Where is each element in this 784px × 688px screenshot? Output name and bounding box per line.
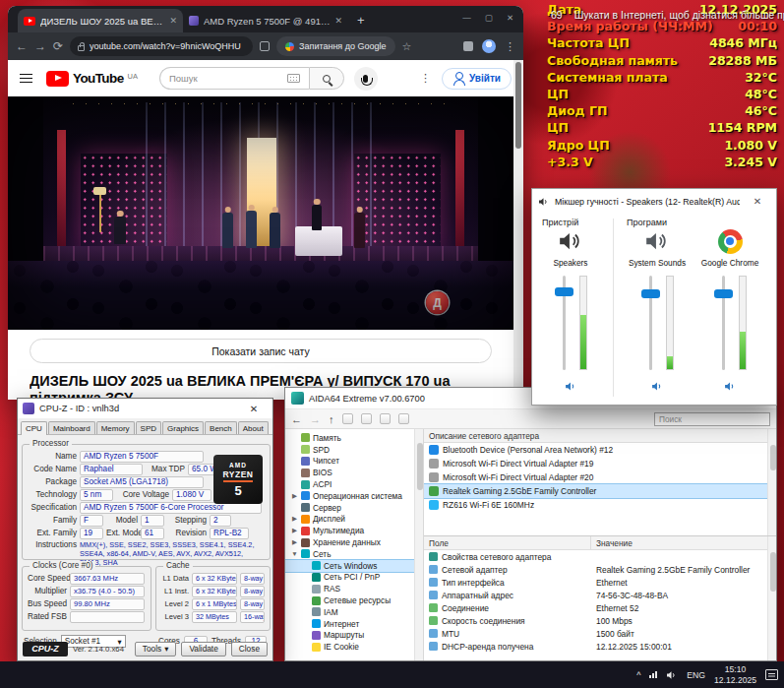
tree-item-ras[interactable]: RAS <box>285 583 423 594</box>
tree-item-network-resources[interactable]: Сетевые ресурсы <box>285 594 423 606</box>
keyboard-icon[interactable] <box>287 74 300 83</box>
close-icon[interactable]: ✕ <box>240 404 268 414</box>
scrollbar-thumb[interactable] <box>770 445 776 470</box>
tree-item-os[interactable]: ▶Операционная система <box>285 490 423 502</box>
close-icon[interactable]: ✕ <box>745 196 770 207</box>
tree-scrollbar[interactable] <box>414 429 423 660</box>
tree-item-network-pci[interactable]: Сеть PCI / PnP <box>285 572 423 584</box>
profile-avatar[interactable] <box>482 39 496 53</box>
page-scrollbar[interactable] <box>513 60 523 400</box>
tree-item-display[interactable]: ▶Дисплей <box>285 514 423 526</box>
tab-bench[interactable]: Bench <box>205 421 237 434</box>
search-input[interactable]: Пошук <box>159 67 309 90</box>
tree-item-ie-cookie[interactable]: IE Cookie <box>285 641 423 653</box>
column-field[interactable]: Поле <box>424 536 591 549</box>
aida-search-input[interactable]: Поиск <box>654 412 770 426</box>
chevron-down-icon[interactable]: ▼ <box>291 550 298 557</box>
adapter-row[interactable]: Microsoft Wi-Fi Direct Virtual Adapter #… <box>424 470 776 484</box>
volume-slider[interactable] <box>625 274 690 372</box>
ask-google-button[interactable]: Запитання до Google <box>276 36 394 56</box>
hidden-icons-chevron[interactable]: ^ <box>636 670 640 680</box>
adapter-list-scrollbar[interactable] <box>767 429 776 535</box>
report-icon[interactable] <box>342 413 353 424</box>
tab-mainboard[interactable]: Mainboard <box>48 421 95 434</box>
scrollbar-thumb[interactable] <box>515 62 521 149</box>
browser-menu-icon[interactable]: ⋮ <box>505 40 515 53</box>
share-icon[interactable] <box>260 41 270 51</box>
hamburger-menu-icon[interactable] <box>20 74 32 84</box>
forward-icon[interactable]: → <box>34 39 46 53</box>
minimize-icon[interactable]: — <box>462 13 471 23</box>
cpuz-titlebar[interactable]: CPU-Z - ID : vnlh3d ✕ <box>18 399 272 418</box>
mute-button[interactable] <box>538 380 603 393</box>
back-icon[interactable]: ← <box>291 413 302 425</box>
system-sounds-icon[interactable] <box>625 228 690 254</box>
refresh-icon[interactable] <box>398 413 409 424</box>
search-button[interactable] <box>309 67 344 90</box>
chevron-right-icon[interactable]: ▶ <box>291 527 298 534</box>
tab-close-icon[interactable]: ✕ <box>334 16 342 26</box>
voice-search-button[interactable] <box>354 67 378 91</box>
back-icon[interactable]: ← <box>16 39 28 53</box>
adapter-row[interactable]: RZ616 Wi-Fi 6E 160MHz <box>424 498 776 512</box>
scrollbar-thumb[interactable] <box>770 552 776 592</box>
tab-cpu[interactable]: CPU <box>21 421 47 435</box>
tree-item-storage[interactable]: ▶Хранение данных <box>285 536 423 548</box>
volume-slider[interactable] <box>697 274 762 372</box>
new-tab-button[interactable]: + <box>357 13 365 28</box>
adapter-row[interactable]: Bluetooth Device (Personal Area Network)… <box>424 443 776 457</box>
tree-item-server[interactable]: Сервер <box>285 502 423 514</box>
tab-memory[interactable]: Memory <box>96 421 135 434</box>
table-scrollbar[interactable] <box>767 536 776 660</box>
tools-button[interactable]: Tools▾ <box>135 642 177 657</box>
address-bar[interactable]: youtube.com/watch?v=9hnicWoQHHU <box>70 36 253 56</box>
bookmark-star-icon[interactable]: ☆ <box>402 40 412 53</box>
notification-center-icon[interactable] <box>765 669 778 680</box>
tree-item-chipset[interactable]: Чипсет <box>285 456 423 468</box>
tree-item-network-windows[interactable]: Сеть Windows <box>285 560 423 572</box>
table-row[interactable]: DHCP-аренда получена12.12.2025 15:00:01 <box>424 640 776 653</box>
tree-item-memory[interactable]: Память <box>285 432 423 444</box>
close-button[interactable]: Close <box>231 642 268 657</box>
tree-item-internet[interactable]: Интернет <box>285 618 423 630</box>
slider-thumb[interactable] <box>641 289 660 298</box>
validate-button[interactable]: Validate <box>181 642 225 657</box>
show-chat-replay-button[interactable]: Показати запис чату <box>30 339 492 363</box>
tree-item-multimedia[interactable]: ▶Мультимедиа <box>285 525 423 536</box>
volume-icon[interactable] <box>666 669 678 681</box>
tree-item-bios[interactable]: BIOS <box>285 467 423 478</box>
up-icon[interactable]: ↑ <box>329 413 334 425</box>
taskbar-clock[interactable]: 15:10 12.12.2025 <box>714 664 756 685</box>
adapter-row-selected[interactable]: Realtek Gaming 2.5GbE Family Controller <box>424 484 776 498</box>
mute-button[interactable] <box>697 380 762 393</box>
youtube-menu-icon[interactable]: ⋮ <box>420 72 431 85</box>
tree-item-iam[interactable]: IAM <box>285 606 423 618</box>
close-icon[interactable]: ✕ <box>507 13 513 23</box>
network-icon[interactable] <box>649 671 657 678</box>
chevron-right-icon[interactable]: ▶ <box>291 538 298 546</box>
mute-button[interactable] <box>625 380 690 393</box>
table-row[interactable]: MTU1500 байт <box>424 627 776 640</box>
mixer-titlebar[interactable]: Мікшер гучності - Speakers (12- Realtek(… <box>532 189 776 214</box>
table-row-group[interactable]: Свойства сетевого адаптера <box>424 550 776 563</box>
slider-thumb[interactable] <box>555 287 573 296</box>
tab-spd[interactable]: SPD <box>136 421 161 434</box>
table-row[interactable]: Аппаратный адрес74-56-3C-48-48-BA <box>424 589 776 601</box>
youtube-logo[interactable]: YouTube UA <box>46 71 138 87</box>
video-player[interactable]: Д <box>8 96 513 330</box>
table-row[interactable]: Сетевой адаптерRealtek Gaming 2.5GbE Fam… <box>424 563 776 576</box>
signin-button[interactable]: Увійти <box>442 68 512 90</box>
forward-icon[interactable]: → <box>310 413 321 425</box>
chevron-right-icon[interactable]: ▶ <box>291 492 298 500</box>
table-row[interactable]: Скорость соединения100 Mbps <box>424 614 776 627</box>
language-indicator[interactable]: ENG <box>687 670 705 680</box>
reload-icon[interactable]: ⟳ <box>53 39 63 53</box>
tab-youtube[interactable]: ДИЗЕЛЬ ШОУ 2025 ua ВЕЛ... ✕ <box>18 9 183 32</box>
extensions-icon[interactable] <box>463 41 473 51</box>
chrome-icon[interactable] <box>697 228 762 254</box>
tree-item-network[interactable]: ▼Сеть <box>285 548 423 560</box>
column-value[interactable]: Значение <box>591 536 776 549</box>
taskbar[interactable]: ^ ENG 15:10 12.12.2025 <box>0 661 784 688</box>
settings-icon[interactable] <box>380 413 391 424</box>
maximize-icon[interactable]: ▢ <box>485 13 493 23</box>
